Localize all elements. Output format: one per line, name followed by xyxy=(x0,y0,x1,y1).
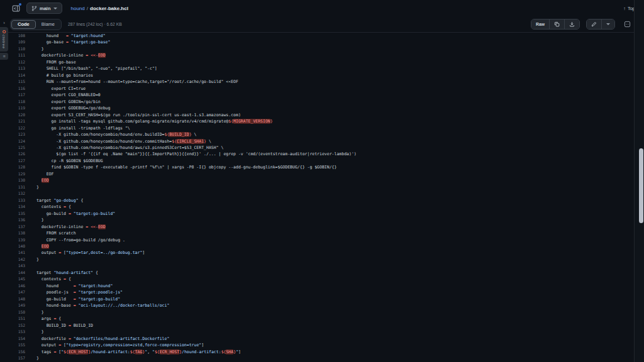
octotree-logo-icon: O xyxy=(3,30,6,34)
octotree-label: ctotree xyxy=(2,35,6,48)
file-toolbar: Code Blame 287 lines (242 loc) · 6.62 KB… xyxy=(0,16,644,33)
line-number[interactable]: 143 xyxy=(0,263,25,269)
line-number[interactable]: 135 xyxy=(0,211,25,217)
line-number[interactable]: 114 xyxy=(0,72,25,79)
line-number[interactable]: 142 xyxy=(0,256,25,263)
line-number[interactable]: 112 xyxy=(0,59,25,65)
line-number[interactable]: 124 xyxy=(0,138,25,145)
download-button[interactable] xyxy=(564,19,579,29)
line-number[interactable]: 115 xyxy=(0,79,25,85)
expand-file-tree-button[interactable] xyxy=(10,3,21,14)
sidebar-expand-icon xyxy=(12,4,20,13)
line-number[interactable]: 148 xyxy=(0,296,25,302)
line-content: dockerfile-inline = <<-EOD xyxy=(25,52,106,58)
line-number[interactable]: 155 xyxy=(0,342,25,348)
line-content: go-base = "target:go-base" xyxy=(25,39,110,45)
line-number[interactable]: 153 xyxy=(0,329,25,335)
page-scrollbar-track[interactable] xyxy=(634,0,644,362)
raw-button[interactable]: Raw xyxy=(531,19,549,29)
line-content: -X github.com/honeycombio/hound/env.comm… xyxy=(25,138,211,145)
line-number[interactable]: 145 xyxy=(0,276,25,282)
line-number[interactable]: 123 xyxy=(0,131,25,138)
line-number[interactable]: 134 xyxy=(0,204,25,210)
line-number[interactable]: 117 xyxy=(0,92,25,98)
line-content: cp -R $GOBIN $GODEBUG xyxy=(25,158,103,164)
line-number[interactable]: 157 xyxy=(0,355,25,361)
code-line: 151 args = { xyxy=(0,315,634,322)
line-number[interactable]: 133 xyxy=(0,197,25,204)
line-number[interactable]: 139 xyxy=(0,237,25,243)
line-number[interactable]: 150 xyxy=(0,309,25,315)
line-content: output = ["type=tar,dest=../go-debug.tar… xyxy=(25,250,145,256)
chevron-down-icon xyxy=(53,8,57,9)
line-number[interactable]: 121 xyxy=(0,118,25,124)
line-number[interactable]: 118 xyxy=(0,99,25,105)
branch-selector-button[interactable]: main xyxy=(26,3,62,14)
line-content: target "go-debug" { xyxy=(25,197,83,204)
line-number[interactable]: 113 xyxy=(0,65,25,72)
line-content: contexts = { xyxy=(25,204,71,210)
line-content: FROM go-base xyxy=(25,59,76,65)
arrow-up-icon: ↑ xyxy=(623,6,626,11)
line-number[interactable]: 132 xyxy=(0,190,25,197)
octotree-expand-chevron[interactable]: › xyxy=(0,19,8,26)
code-line: 116 export CI=true xyxy=(0,85,634,92)
line-content: export GODEBUG=/go/debug xyxy=(25,105,110,111)
code-blame-switch: Code Blame xyxy=(10,19,62,30)
line-number[interactable]: 146 xyxy=(0,283,25,289)
edit-button[interactable] xyxy=(587,19,601,29)
line-number[interactable]: 140 xyxy=(0,243,25,250)
copy-icon xyxy=(554,21,560,27)
tab-code[interactable]: Code xyxy=(11,20,36,29)
code-viewer: 108 hound = "target:hound"109 go-base = … xyxy=(0,33,634,362)
line-content: } xyxy=(25,184,39,190)
line-number[interactable]: 130 xyxy=(0,177,25,184)
download-icon xyxy=(569,21,575,27)
code-line: 114 # build go binaries xyxy=(0,72,634,79)
code-line: 111 dockerfile-inline = <<-EOD xyxy=(0,52,634,58)
line-number[interactable]: 149 xyxy=(0,302,25,309)
line-number[interactable]: 141 xyxy=(0,250,25,256)
copy-button[interactable] xyxy=(549,19,564,29)
line-number[interactable]: 156 xyxy=(0,349,25,355)
line-number[interactable]: 152 xyxy=(0,322,25,329)
line-number[interactable]: 122 xyxy=(0,125,25,131)
line-content: } xyxy=(25,309,44,315)
line-number[interactable]: 127 xyxy=(0,158,25,164)
line-number[interactable]: 136 xyxy=(0,217,25,223)
line-number[interactable]: 137 xyxy=(0,224,25,230)
line-number[interactable]: 119 xyxy=(0,105,25,111)
octotree-tab[interactable]: O ctotree xyxy=(0,27,8,52)
code-line: 137 dockerfile-inline = <<-EOD xyxy=(0,224,634,230)
code-line: 149 hound-base = "oci-layout://../docker… xyxy=(0,302,634,309)
line-number[interactable]: 126 xyxy=(0,151,25,157)
breadcrumb-repo-link[interactable]: hound xyxy=(71,6,85,11)
line-number[interactable]: 138 xyxy=(0,230,25,236)
line-number[interactable]: 144 xyxy=(0,270,25,276)
code-line: 153 } xyxy=(0,329,634,335)
line-number[interactable]: 120 xyxy=(0,112,25,118)
line-number[interactable]: 116 xyxy=(0,85,25,92)
line-content xyxy=(25,190,36,197)
octotree-menu-button[interactable]: ≡ xyxy=(0,53,8,60)
code-line: 115 RUN --mount=from=hound --mount=type=… xyxy=(0,79,634,85)
symbols-panel-button[interactable] xyxy=(621,19,633,30)
line-number[interactable]: 131 xyxy=(0,184,25,190)
code-line: 119 export GODEBUG=/go/debug xyxy=(0,105,634,111)
code-line: 117 export CGO_ENABLED=0 xyxy=(0,92,634,98)
line-number[interactable]: 154 xyxy=(0,336,25,342)
line-number[interactable]: 129 xyxy=(0,171,25,177)
line-number[interactable]: 147 xyxy=(0,289,25,295)
line-content: hound = "target:hound" xyxy=(25,283,113,289)
edit-dropdown-button[interactable] xyxy=(601,19,614,29)
breadcrumb-separator: / xyxy=(87,6,88,11)
chevron-down-icon xyxy=(606,23,610,25)
code-line: 118 export GOBIN=/go/bin xyxy=(0,99,634,105)
line-number[interactable]: 151 xyxy=(0,315,25,322)
code-line: 155 output = ["type=registry,compression… xyxy=(0,342,634,348)
line-number[interactable]: 128 xyxy=(0,164,25,170)
page-scrollbar-thumb[interactable] xyxy=(639,148,643,223)
line-number[interactable]: 125 xyxy=(0,145,25,151)
file-info-text: 287 lines (242 loc) · 6.62 KB xyxy=(68,22,122,26)
tab-blame[interactable]: Blame xyxy=(36,20,60,29)
